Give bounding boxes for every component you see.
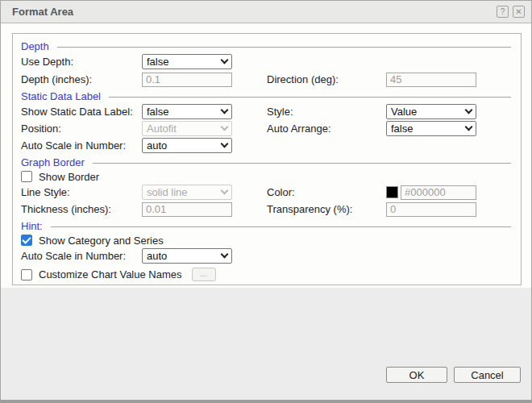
use-depth-select[interactable]: false: [142, 54, 232, 69]
ellipsis-button: ...: [192, 268, 216, 281]
row-thickness: Thickness (inches): Transparency (%):: [21, 202, 513, 217]
depth-inches-label: Depth (inches):: [21, 73, 142, 85]
use-depth-label: Use Depth:: [21, 56, 142, 68]
row-show-border: Show Border: [21, 171, 513, 182]
auto-arrange-label: Auto Arrange:: [267, 123, 386, 135]
thickness-label: Thickness (inches):: [21, 203, 142, 215]
show-static-data-label-label: Show Static Data Label:: [21, 106, 142, 118]
color-swatch: [386, 186, 398, 198]
row-use-depth: Use Depth: false: [21, 54, 513, 69]
section-rule: [57, 47, 511, 48]
customize-chart-value-names-checkbox[interactable]: [21, 269, 32, 280]
row-auto-scale-hint: Auto Scale in Number: auto: [21, 248, 513, 264]
format-area-dialog: Format Area ? ✕ Depth Use Depth: false: [0, 0, 532, 403]
position-label: Position:: [21, 123, 142, 135]
chevron-down-icon: [221, 187, 229, 195]
chevron-down-icon: [465, 123, 473, 131]
cancel-button[interactable]: Cancel: [454, 367, 521, 383]
close-icon[interactable]: ✕: [513, 6, 525, 18]
thickness-input: [142, 202, 232, 217]
auto-scale-hint-label: Auto Scale in Number:: [21, 250, 142, 262]
show-static-data-label-select[interactable]: false: [142, 104, 232, 119]
chevron-down-icon: [221, 140, 229, 148]
line-style-select: solid line: [142, 185, 232, 200]
row-line-style: Line Style: solid line Color:: [21, 185, 513, 200]
show-border-label: Show Border: [39, 171, 99, 183]
chevron-down-icon: [221, 56, 229, 64]
section-header-graph-border: Graph Border: [21, 156, 513, 168]
dialog-body: Depth Use Depth: false Depth (inches): D…: [1, 23, 531, 288]
auto-scale-hint-select[interactable]: auto: [142, 248, 232, 264]
auto-scale-sdl-select[interactable]: auto: [142, 138, 232, 153]
direction-label: Direction (deg):: [267, 73, 386, 85]
section-rule: [51, 226, 511, 227]
section-rule: [109, 97, 511, 98]
show-border-checkbox[interactable]: [21, 171, 32, 182]
style-label: Style:: [267, 106, 386, 118]
chevron-down-icon: [221, 123, 229, 131]
row-depth-inches: Depth (inches): Direction (deg):: [21, 72, 513, 87]
line-style-label: Line Style:: [21, 186, 142, 198]
section-title-depth: Depth: [21, 40, 49, 52]
section-title-static-data-label: Static Data Label: [21, 90, 101, 102]
row-position: Position: Autofit Auto Arrange: false: [21, 121, 513, 136]
section-rule: [93, 163, 511, 164]
section-title-hint: Hint:: [21, 220, 43, 232]
help-icon[interactable]: ?: [497, 6, 509, 18]
style-select[interactable]: Value: [386, 104, 476, 119]
section-header-depth: Depth: [21, 39, 513, 52]
chevron-down-icon: [221, 251, 229, 259]
transparency-input: [386, 202, 476, 217]
transparency-label: Transparency (%):: [267, 203, 386, 215]
show-category-series-checkbox[interactable]: [21, 235, 32, 246]
auto-arrange-select[interactable]: false: [386, 121, 476, 136]
section-header-hint: Hint:: [21, 219, 513, 232]
dialog-title: Format Area: [12, 6, 493, 18]
direction-input: [386, 73, 476, 87]
show-category-series-label: Show Category and Series: [39, 235, 164, 247]
row-show-category-series: Show Category and Series: [21, 235, 513, 246]
options-groupbox: Depth Use Depth: false Depth (inches): D…: [12, 33, 522, 285]
section-title-graph-border: Graph Border: [21, 156, 85, 168]
ok-button[interactable]: OK: [386, 367, 447, 383]
row-auto-scale-sdl: Auto Scale in Number: auto: [21, 138, 513, 153]
color-label: Color:: [267, 186, 386, 198]
row-show-static-data-label: Show Static Data Label: false Style: Val…: [21, 104, 513, 119]
depth-inches-input: [142, 73, 232, 87]
customize-chart-value-names-label: Customize Chart Value Names: [39, 268, 182, 280]
chevron-down-icon: [465, 106, 473, 114]
section-header-static-data-label: Static Data Label: [21, 89, 513, 102]
color-hex-input: [401, 185, 476, 200]
chevron-down-icon: [221, 106, 229, 114]
titlebar: Format Area ? ✕: [1, 1, 531, 23]
row-customize-chart-value-names: Customize Chart Value Names ...: [21, 268, 513, 281]
auto-scale-sdl-label: Auto Scale in Number:: [21, 139, 142, 152]
position-select: Autofit: [142, 121, 232, 136]
